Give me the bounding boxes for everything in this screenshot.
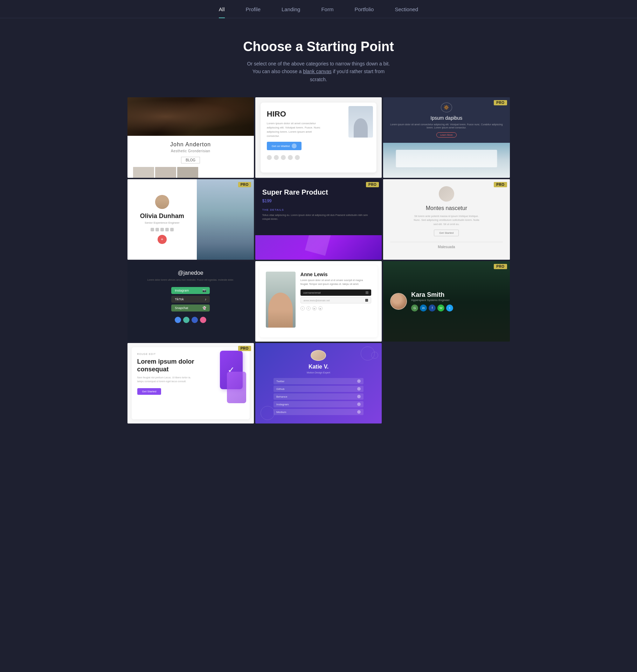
card-anne-lewis[interactable]: Anne Lewis Lorem ipsum dolor sit amet ut… (255, 261, 382, 342)
anne-text: Lorem ipsum dolor sit amet ut et ornare … (300, 279, 371, 286)
card-hiro-text: Lorem ipsum dolor sit amet consectetur a… (267, 121, 324, 138)
card-katie-v[interactable]: Katie V. Motion Design Expert Twitter Gi… (255, 343, 382, 424)
social-dot-1 (267, 155, 272, 160)
hiro-btn-icon (292, 144, 297, 148)
katie-row-twitter[interactable]: Twitter (274, 378, 363, 384)
card-olivia-inner: Olivia Dunham Senior Experience Engineer… (127, 179, 254, 260)
card-ipsum-dapibus[interactable]: PRO 🔆 Ipsum dapibus Lorem ipsum dolor si… (383, 97, 510, 178)
rare-description: Tellus vitae adipiscing eu. Lorem ipsum … (262, 214, 375, 221)
card-olivia-dunham[interactable]: PRO Olivia Dunham Senior Experience Engi… (127, 179, 254, 260)
tiktok-label: TikTok (175, 298, 184, 301)
phone-2 (227, 372, 246, 403)
anne-soc-4[interactable]: ⊕ (318, 306, 323, 310)
snapchat-icon: 👻 (202, 306, 206, 310)
card-super-rare[interactable]: PRO Super Rare Product $199 THE DETAILS … (255, 179, 382, 260)
ipsum-title: Ipsum dapibus (430, 115, 462, 121)
kara-soc-twitter[interactable]: t (446, 304, 453, 312)
twitter-label: Twitter (276, 380, 285, 383)
jane-tiktok-btn[interactable]: TikTok ♪ (171, 296, 210, 303)
anne-username-field[interactable]: username/email (300, 289, 371, 296)
katie-avatar (311, 350, 326, 361)
olivia-bg-photo (197, 179, 254, 260)
template-grid: John Anderton Aesthetic Gronderisian BLO… (126, 97, 511, 438)
katie-row-medium[interactable]: Medium (274, 409, 363, 415)
kara-soc-whatsapp[interactable]: W (437, 304, 444, 312)
olivia-contact-btn[interactable]: + (158, 235, 167, 244)
katie-row-behance[interactable]: Behance (274, 393, 363, 400)
card-kara-smith[interactable]: PRO Kara Smith Hyperspace Systems Engine… (383, 261, 510, 342)
jane-icon-facebook[interactable] (192, 317, 198, 323)
contact-icon: + (161, 237, 163, 242)
blank-canvas-link[interactable]: blank canvas (303, 69, 332, 74)
olivia-icon-4 (165, 228, 169, 231)
card-john-anderton[interactable]: John Anderton Aesthetic Gronderisian BLO… (127, 97, 254, 178)
montes-divider (390, 242, 503, 242)
kara-profile-row: Kara Smith Hyperspace Systems Engineer G… (390, 291, 453, 312)
anne-email-field[interactable]: anne.lewis@domain.net (300, 297, 371, 303)
olivia-icon-5 (170, 228, 174, 231)
montes-bottom: Malesuada (438, 245, 455, 249)
kara-social-icons: G in f W t (411, 304, 453, 312)
jane-instagram-btn[interactable]: Instagram 📷 (171, 287, 210, 294)
nav-item-form[interactable]: Form (321, 6, 333, 18)
anne-soc-3[interactable]: ✉ (312, 306, 317, 310)
lorem-title: Lorem ipsum dolor consequat (137, 358, 196, 373)
jane-icon-pinterest[interactable] (200, 317, 206, 323)
ipsum-logo-icon: 🔆 (444, 105, 449, 110)
card-hiro-cta[interactable]: Get on Waitlist (267, 142, 302, 150)
nav-item-portfolio[interactable]: Portfolio (354, 6, 374, 18)
card-john-info: John Anderton Aesthetic Gronderisian BLO… (127, 136, 254, 178)
instagram-row-label: Instagram (276, 403, 289, 406)
hero-section: Choose a Starting Point Or select one of… (0, 18, 637, 97)
card-hiro[interactable]: HIRO Lorem ipsum dolor sit amet consecte… (255, 97, 382, 178)
nav-item-sectioned[interactable]: Sectioned (395, 6, 418, 18)
pro-badge-olivia: PRO (238, 182, 251, 187)
card-john-blog[interactable]: BLOG (181, 157, 200, 163)
card-john-photo (127, 97, 254, 136)
kara-soc-facebook[interactable]: f (429, 304, 436, 312)
card-montes-inner: Montes nascetur Sit lorem ante potenti m… (383, 179, 510, 260)
anne-details: Anne Lewis Lorem ipsum dolor sit amet ut… (300, 272, 371, 331)
twitter-row-icon (357, 379, 361, 383)
rare-product-image (255, 235, 382, 260)
github-label: Github (276, 387, 285, 391)
kara-name: Kara Smith (411, 291, 453, 299)
jane-icon-vimeo[interactable] (183, 317, 189, 323)
instagram-label: Instagram (175, 289, 189, 292)
anne-photo (266, 272, 296, 328)
pro-badge-montes: PRO (494, 182, 507, 187)
anne-username-placeholder: username/email (303, 292, 321, 294)
nav-item-all[interactable]: All (219, 6, 225, 18)
card-lorem-ipsum[interactable]: PRO ROUGE EDIT Lorem ipsum dolor consequ… (127, 343, 254, 424)
card-lorem-inner: ROUGE EDIT Lorem ipsum dolor consequat N… (132, 347, 250, 419)
katie-row-github[interactable]: Github (274, 386, 363, 392)
card-jane-inner: @janedoe Lorem dolor lorem ultrices arcu… (127, 261, 254, 342)
card-montes-nascetur[interactable]: PRO Montes nascetur Sit lorem ante poten… (383, 179, 510, 260)
anne-soc-2[interactable]: f (306, 306, 311, 310)
social-dot-3 (281, 155, 286, 160)
card-john-subtitle: Aesthetic Gronderisian (133, 149, 248, 153)
katie-row-instagram[interactable]: Instagram (274, 401, 363, 407)
lorem-cta[interactable]: Get Started (137, 388, 161, 395)
anne-field-icon (366, 291, 368, 294)
jane-snapchat-btn[interactable]: Snapchat 👻 (171, 304, 210, 312)
card-janedoe[interactable]: @janedoe Lorem dolor lorem ultrices arcu… (127, 261, 254, 342)
anne-email-placeholder: anne.lewis@domain.net (304, 299, 330, 302)
thumb-1 (133, 167, 154, 178)
pro-badge-kara: PRO (494, 264, 507, 269)
montes-text: Sit lorem ante potenti massa id ipsum tr… (411, 214, 482, 226)
hero-subtitle: Or select one of the above categories to… (245, 60, 392, 83)
montes-title: Montes nascetur (426, 205, 467, 211)
nav-item-profile[interactable]: Profile (246, 6, 261, 18)
kara-soc-google[interactable]: G (411, 304, 418, 312)
snapchat-label: Snapchat (175, 306, 188, 310)
jane-icon-twitter[interactable] (175, 317, 181, 323)
ipsum-cta[interactable]: Learn More (436, 132, 457, 138)
nav-item-landing[interactable]: Landing (282, 6, 300, 18)
anne-soc-1[interactable]: t (300, 306, 305, 310)
katie-deco-3 (261, 406, 275, 420)
olivia-icon-1 (151, 228, 154, 231)
montes-cta[interactable]: Get Started (434, 230, 459, 236)
kara-soc-linkedin[interactable]: in (420, 304, 427, 312)
anne-email-icon (365, 299, 368, 302)
